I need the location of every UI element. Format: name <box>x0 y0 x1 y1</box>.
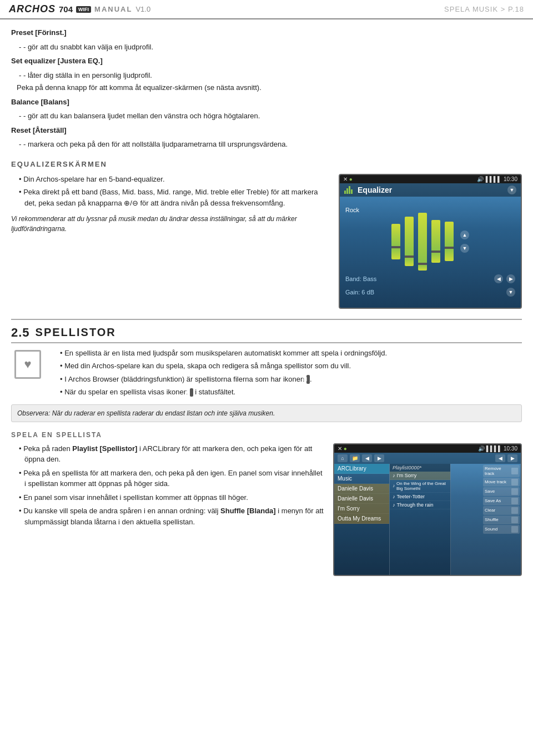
main-content: Preset [Förinst.] - gör att du snabbt ka… <box>0 19 533 587</box>
section-number: 2.5 <box>11 326 30 340</box>
header-manual: MANUAL <box>94 5 132 13</box>
eq-status-icons-left: ✕ ● <box>343 176 353 182</box>
spela-section: Peka på raden Playlist [Spellistor] i AR… <box>11 443 522 576</box>
eq-band-left[interactable]: ◀ <box>494 274 503 283</box>
eq-title-text: Equalizer <box>358 186 392 194</box>
eq-bar-lower-5 <box>445 249 454 261</box>
brand-archos: ARCHOS <box>9 3 56 15</box>
preset-title: Preset [Förinst.] <box>11 27 522 38</box>
equalizer-screenshot: ✕ ● 🔊 ▌▌▌▌ 10:30 Equalizer ▼ <box>339 174 522 309</box>
eq-arrow-down[interactable]: ▼ <box>507 186 516 194</box>
ss-mid-item-2[interactable]: ♪On the Wing of the Great Big Somethi <box>390 480 450 493</box>
eq-bullet-1: Din Archos-spelare har en 5-band-equaliz… <box>17 174 329 185</box>
eq-bar-upper-4 <box>431 220 440 251</box>
set-eq-bullet: - låter dig ställa in en personlig ljudp… <box>17 70 522 81</box>
section-divider <box>11 319 522 320</box>
eq-bar-wrap-3[interactable] <box>418 206 427 278</box>
playlist-icon-inner <box>14 350 41 379</box>
save-icon <box>511 488 518 495</box>
eq-title-bar: Equalizer ▼ <box>340 183 521 197</box>
playlist-icon <box>11 348 44 400</box>
ss-item-arclibrary[interactable]: ARCLibrary <box>334 464 389 474</box>
eq-bars: ▲ ▼ <box>345 200 515 278</box>
ss-item-imsorry[interactable]: I'm Sorry <box>334 504 389 514</box>
ss-btn-sound[interactable]: Sound <box>483 525 520 534</box>
ss-btn-clear[interactable]: Clear <box>483 506 520 515</box>
equalizer-section: Din Archos-spelare har en 5-band-equaliz… <box>11 174 522 309</box>
ss-status-bar: ✕ ● 🔊 ▌▌▌▌ 10:30 <box>334 444 521 453</box>
ss-left-panel: ARCLibrary Music Danielle Davis Danielle… <box>334 464 390 575</box>
ss-btn-save-as[interactable]: Save As <box>483 497 520 505</box>
ss-btn-save[interactable]: Save <box>483 487 520 496</box>
ss-mid-item-3[interactable]: ♪Teeter-Totter <box>390 493 450 501</box>
eq-up-arrow[interactable]: ▲ <box>460 231 469 239</box>
eq-gain-label: Gain: 6 dB <box>345 289 374 296</box>
section-2-5-title: SPELLISTOR <box>36 326 116 339</box>
ss-btn-shuffle[interactable]: Shuffle <box>483 515 520 524</box>
playlist-bullet-2: Med din Archos-spelare kan du spela, ska… <box>58 361 522 372</box>
eq-status-bar: ✕ ● 🔊 ▌▌▌▌ 10:30 <box>340 175 521 183</box>
eq-gain-down[interactable]: ▼ <box>506 288 515 297</box>
ss-toolbar: ⌂ 📁 ◀ ▶ ◀ ▶ <box>334 453 521 464</box>
eq-band-right[interactable]: ▶ <box>506 274 515 283</box>
ss-right-panel: Remove track Move track Save Save A <box>451 464 521 575</box>
ss-item-danielle1[interactable]: Danielle Davis <box>334 484 389 494</box>
ss-btn-nav-left[interactable]: ◀ <box>495 454 505 462</box>
spela-text: Peka på raden Playlist [Spellistor] i AR… <box>11 443 324 576</box>
reset-bullet: - markera och peka på den för att nollst… <box>17 139 522 150</box>
eq-band-label: Band: Bass <box>345 276 376 282</box>
spela-heading: SPELA EN SPELLISTA <box>11 431 522 439</box>
eq-bar-wrap-5[interactable] <box>445 206 454 278</box>
spela-screenshot: ✕ ● 🔊 ▌▌▌▌ 10:30 ⌂ 📁 ◀ ▶ ◀ ▶ <box>333 443 522 576</box>
ss-item-outta[interactable]: Outta My Dreams <box>334 514 389 524</box>
ss-btn-home[interactable]: ⌂ <box>338 454 348 462</box>
ss-btn-move-track[interactable]: Move track <box>483 478 520 487</box>
ss-btn-folder[interactable]: 📁 <box>350 454 360 462</box>
ss-btn-forward[interactable]: ▶ <box>374 454 384 462</box>
eq-gain-arrows[interactable]: ▼ <box>506 288 515 297</box>
reset-title: Reset [Återställ] <box>11 125 522 136</box>
ss-mid-header: Playlist0000* <box>390 464 450 472</box>
eq-gain-row: Gain: 6 dB ▼ <box>340 287 521 298</box>
eq-title-right-btn[interactable]: ▼ <box>507 186 516 194</box>
header-separator: > <box>501 5 508 13</box>
eq-bar-wrap-1[interactable] <box>391 206 400 278</box>
wifi-badge: WIFI <box>76 6 91 13</box>
header-page: p.18 <box>508 5 524 13</box>
eq-bar-lower-2 <box>405 258 414 266</box>
ss-mid-item-4[interactable]: ♪Through the rain <box>390 501 450 509</box>
remove-track-icon <box>511 468 518 474</box>
eq-band-arrows[interactable]: ◀ ▶ <box>494 274 515 283</box>
eq-status-icons-right: 🔊 ▌▌▌▌ 10:30 <box>477 176 517 182</box>
ss-mid-item-1[interactable]: ♪I'm Sorry <box>390 472 450 480</box>
ss-item-music[interactable]: Music <box>334 474 389 484</box>
eq-bar-lower-4 <box>431 253 440 263</box>
equalizer-text: Din Archos-spelare har en 5-band-equaliz… <box>11 174 329 309</box>
ss-btn-nav-right[interactable]: ▶ <box>507 454 517 462</box>
section-2-5-row: 2.5 SPELLISTOR <box>11 326 522 343</box>
spela-bullet-4: Du kanske vill spela de andra spåren i e… <box>17 505 324 527</box>
eq-bar-upper-3 <box>418 213 427 263</box>
eq-bullet-2: Peka direkt på ett band (Bass, Mid. bass… <box>17 187 329 208</box>
playlist-bullet-1: En spellista är en lista med ljudspår so… <box>58 348 522 359</box>
playlist-bullets: En spellista är en lista med ljudspår so… <box>52 348 522 400</box>
preset-bullet: - gör att du snabbt kan välja en ljudpro… <box>17 42 522 53</box>
eq-bar-wrap-2[interactable] <box>405 206 414 278</box>
eq-bar-wrap-4[interactable] <box>431 206 440 278</box>
eq-ud-arrows[interactable]: ▲ ▼ <box>460 231 469 253</box>
spela-bullet-3: En panel som visar innehållet i spellist… <box>17 492 324 503</box>
ss-action-btns: Remove track Move track Save Save A <box>482 464 521 575</box>
header-version: V1.0 <box>135 5 150 13</box>
ss-btn-back[interactable]: ◀ <box>362 454 372 462</box>
eq-bar-center-3 <box>418 263 427 265</box>
eq-bar-upper-5 <box>445 222 454 247</box>
eq-italic-note: Vi rekommenderar att du lyssnar på musik… <box>11 214 329 234</box>
set-eq-title: Set equalizer [Justera EQ.] <box>11 56 522 67</box>
ss-btn-remove-track[interactable]: Remove track <box>483 465 520 477</box>
eq-down-arrow[interactable]: ▼ <box>460 244 469 253</box>
spela-bullet-1: Peka på raden Playlist [Spellistor] i AR… <box>17 443 324 465</box>
brand-model: 704 <box>59 4 73 14</box>
spela-bullet-2: Peka på en spellista för att markera den… <box>17 468 324 489</box>
playlist-play-icon: ▶ <box>190 388 193 397</box>
ss-item-danielle2[interactable]: Danielle Davis <box>334 494 389 504</box>
